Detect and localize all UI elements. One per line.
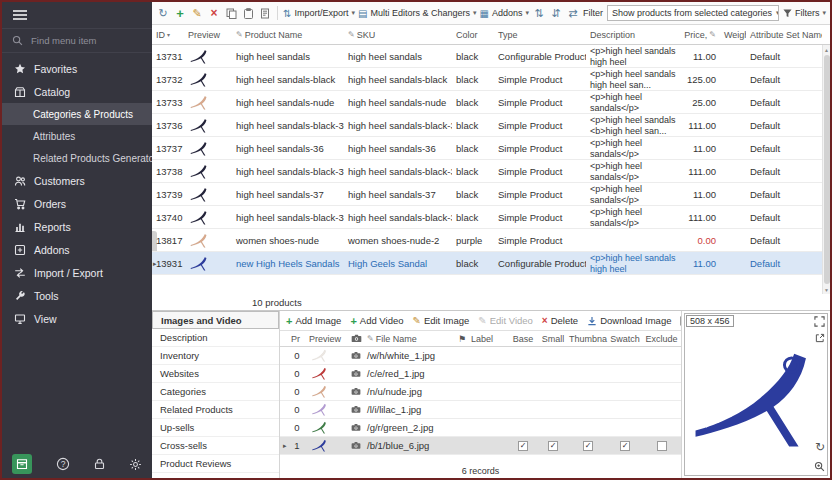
filters-menu[interactable]: Filters▾ (783, 8, 826, 18)
tab-up-sells[interactable]: Up-sells (152, 419, 279, 437)
image-row[interactable]: 0/l/i/lilac_1.jpg (280, 401, 681, 419)
delete-image-button[interactable]: ×Delete (542, 315, 578, 326)
sidebar-item-orders[interactable]: Orders (2, 192, 152, 215)
download-image-button[interactable]: Download Image (587, 315, 671, 326)
sidebar-item-import-export[interactable]: Import / Export (2, 261, 152, 284)
menu-search-input[interactable] (29, 34, 129, 47)
column-header-base[interactable]: Base (508, 334, 538, 344)
column-header-small[interactable]: Small (538, 334, 568, 344)
scroll-up-arrow[interactable]: ▲ (824, 45, 829, 54)
cell-attribute-set: Default (746, 229, 822, 251)
sort-down-icon[interactable]: ⇵ (549, 7, 563, 20)
duplicate-icon[interactable] (258, 8, 272, 19)
column-header-attribute-set[interactable]: Attribute Set Name (746, 30, 822, 40)
image-row[interactable]: 0/w/h/white_1.jpg (280, 347, 681, 365)
product-row[interactable]: 13817women shoes-nudewomen shoes-nude-2p… (152, 229, 822, 252)
image-role-checkbox[interactable]: ✓ (583, 441, 593, 451)
scrollbar-thumb[interactable] (824, 55, 830, 284)
image-row[interactable]: 0/g/r/green_2.jpg (280, 419, 681, 437)
product-row[interactable]: 13736high heel sandals-black-36high heel… (152, 114, 822, 137)
set-resize-rule-button[interactable]: Set Resize Rule (680, 315, 681, 326)
cell-id: 13732 (152, 68, 184, 90)
sort-up-icon[interactable]: ⇅ (532, 7, 546, 20)
sidebar-item-tools[interactable]: Tools (2, 284, 152, 307)
product-row[interactable]: 13740high heel sandals-black-38high heel… (152, 206, 822, 229)
column-header-weight[interactable]: Weight (720, 30, 746, 40)
paste-icon[interactable] (241, 8, 255, 19)
tab-product-reviews[interactable]: Product Reviews (152, 455, 279, 473)
filter-select[interactable]: Show products from selected categories▾ (607, 5, 779, 21)
column-header-swatch[interactable]: Swatch (608, 334, 642, 344)
add-product-icon[interactable]: + (173, 6, 187, 21)
sidebar-item-favorites[interactable]: Favorites (2, 57, 152, 80)
lock-icon[interactable] (94, 458, 105, 470)
column-header-file-name[interactable]: ✎File Name (364, 334, 456, 344)
tab-websites[interactable]: Websites (152, 365, 279, 383)
column-header-id[interactable]: ID▾ (152, 30, 184, 40)
external-link-icon[interactable] (815, 333, 825, 343)
delete-product-icon[interactable]: × (207, 6, 221, 20)
column-header-exclude[interactable]: Exclude (642, 334, 681, 344)
column-header-price[interactable]: Price,✎ (682, 30, 720, 40)
rotate-icon[interactable]: ↻ (815, 440, 825, 454)
column-header-sku[interactable]: ✎SKU (344, 30, 452, 40)
product-row[interactable]: ▸13931new High Heels SandalsHigh Geels S… (152, 252, 822, 275)
help-icon[interactable]: ? (56, 457, 70, 471)
vertical-scrollbar[interactable]: ▲ ▼ (822, 45, 830, 294)
scroll-down-arrow[interactable]: ▼ (824, 285, 829, 294)
copy-icon[interactable] (224, 8, 238, 19)
product-row[interactable]: 13737high heel sandals-36high heel sanda… (152, 137, 822, 160)
column-header-image-preview[interactable]: Preview (306, 334, 348, 344)
store-icon[interactable] (12, 454, 32, 474)
sidebar-item-customers[interactable]: Customers (2, 169, 152, 192)
add-image-button[interactable]: +Add Image (286, 315, 341, 327)
sidebar-item-addons[interactable]: Addons (2, 238, 152, 261)
tab-cross-sells[interactable]: Cross-sells (152, 437, 279, 455)
edit-image-button[interactable]: ✎Edit Image (413, 315, 470, 326)
settings-gear-icon[interactable] (129, 458, 142, 471)
sidebar-item-attributes[interactable]: Attributes (2, 125, 152, 147)
product-row[interactable]: 13732high heel sandals-blackhigh heel sa… (152, 68, 822, 91)
image-row[interactable]: ▸1/b/1/blue_6.jpg✓✓✓✓ (280, 437, 681, 455)
product-row[interactable]: 13733high heel sandals-nudehigh heel san… (152, 91, 822, 114)
edit-video-button[interactable]: ✎Edit Video (478, 315, 533, 326)
column-header-description[interactable]: Description (586, 30, 682, 40)
image-role-checkbox[interactable]: ✓ (620, 441, 630, 451)
image-role-checkbox[interactable]: ✓ (518, 441, 528, 451)
column-header-preview[interactable]: Preview (184, 30, 232, 40)
tab-inventory[interactable]: Inventory (152, 347, 279, 365)
product-row[interactable]: 13738high heel sandals-black-37high heel… (152, 160, 822, 183)
column-header-color[interactable]: Color (452, 30, 494, 40)
sidebar-item-view[interactable]: View (2, 307, 152, 330)
import-export-menu[interactable]: ⇅Import/Export▾ (283, 8, 355, 19)
image-role-checkbox[interactable]: ✓ (548, 441, 558, 451)
product-row[interactable]: 13731high heel sandalshigh heel sandalsb… (152, 45, 822, 68)
sidebar-item-catalog[interactable]: Catalog (2, 80, 152, 103)
expand-icon[interactable] (814, 316, 825, 327)
tab-description[interactable]: Description (152, 329, 279, 347)
column-header-thumbnail[interactable]: Thumbna (568, 334, 608, 344)
tab-images-and-video[interactable]: Images and Video (152, 311, 279, 329)
column-header-priority[interactable]: Pr (288, 334, 306, 344)
swap-columns-icon[interactable]: ⇄ (566, 7, 580, 20)
sidebar-item-related-products-generator[interactable]: Related Products Generator (2, 147, 152, 169)
image-row[interactable]: 0/c/e/red_1.jpg (280, 365, 681, 383)
sidebar-item-categories-products[interactable]: Categories & Products (2, 103, 152, 125)
addons-menu[interactable]: ▦Addons▾ (479, 8, 529, 19)
sidebar-item-reports[interactable]: Reports (2, 215, 152, 238)
edit-product-icon[interactable]: ✎ (190, 7, 204, 20)
column-header-type[interactable]: Type (494, 30, 586, 40)
column-header-product-name[interactable]: ✎Product Name (232, 30, 344, 40)
hamburger-menu-icon[interactable] (12, 9, 28, 21)
tab-related-products[interactable]: Related Products (152, 401, 279, 419)
product-row[interactable]: 13739high heel sandals-37high heel sanda… (152, 183, 822, 206)
image-role-checkbox[interactable] (657, 441, 667, 451)
refresh-icon[interactable]: ↻ (156, 7, 170, 20)
add-video-button[interactable]: +Add Video (350, 315, 403, 327)
image-row[interactable]: 0/n/u/nude.jpg (280, 383, 681, 401)
cell-id: 13817 (152, 229, 184, 251)
zoom-icon[interactable] (814, 461, 825, 472)
multi-editors-menu[interactable]: ▤Multi Editors & Changers▾ (358, 8, 477, 19)
column-header-label[interactable]: Label (468, 334, 508, 344)
tab-categories[interactable]: Categories (152, 383, 279, 401)
